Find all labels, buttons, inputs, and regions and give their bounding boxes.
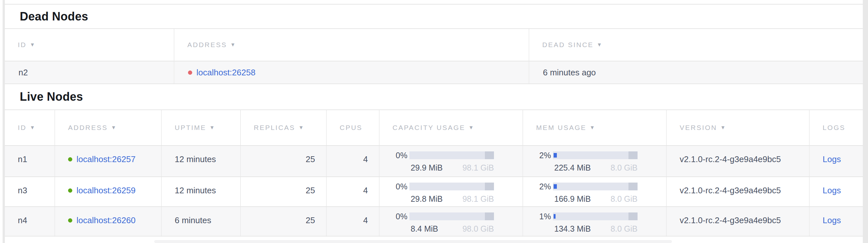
live-nodes-title: Live Nodes (5, 84, 863, 110)
dead-nodes-title: Dead Nodes (5, 4, 863, 29)
page-right-gutter (863, 0, 868, 243)
live-header-cpus[interactable]: CPUS (327, 110, 379, 145)
logs-link[interactable]: Logs (823, 186, 841, 195)
live-header-mem-usage[interactable]: MEM USAGE ▼ (523, 110, 667, 145)
mem-reserved-segment (628, 213, 638, 220)
live-node-uptime: 12 minutes (162, 177, 241, 206)
capacity-usage-cell: 0% 29.9 MiB 98.1 GiB (379, 146, 523, 177)
live-header-logs: LOGS (810, 110, 863, 145)
capacity-usage-bar (409, 183, 494, 190)
mem-fill (554, 153, 557, 158)
mem-usage-bar (553, 213, 638, 220)
live-node-replicas: 25 (241, 177, 327, 206)
live-node-replicas: 25 (241, 207, 327, 236)
live-header-address[interactable]: ADDRESS ▼ (55, 110, 162, 145)
mem-percent: 2% (535, 182, 551, 191)
live-header-capacity-usage[interactable]: CAPACITY USAGE ▼ (379, 110, 523, 145)
mem-used: 134.3 MiB (554, 224, 591, 233)
capacity-total: 98.0 GiB (463, 224, 494, 233)
sort-arrow-icon: ▼ (230, 42, 236, 48)
logs-cell: Logs (810, 177, 863, 206)
logs-link[interactable]: Logs (823, 215, 841, 225)
sort-arrow-icon: ▼ (111, 125, 116, 131)
capacity-used: 29.9 MiB (411, 163, 443, 172)
mem-total: 8.0 GiB (611, 224, 638, 233)
sort-arrow-icon: ▼ (720, 125, 726, 131)
mem-reserved-segment (628, 152, 638, 159)
live-header-id[interactable]: ID ▼ (5, 110, 55, 145)
sort-arrow-icon: ▼ (30, 125, 35, 131)
mem-percent: 2% (535, 151, 551, 160)
capacity-percent: 0% (392, 182, 407, 191)
dead-header-dead-since[interactable]: DEAD SINCE ▼ (529, 29, 863, 61)
live-node-address-link[interactable]: localhost:26260 (76, 215, 135, 225)
capacity-total: 98.1 GiB (463, 163, 494, 172)
dead-node-row: n2 localhost:26258 6 minutes ago (5, 61, 863, 84)
sort-arrow-icon: ▼ (597, 42, 602, 48)
mem-fill (554, 214, 556, 219)
capacity-used: 8.4 MiB (411, 224, 438, 233)
live-node-id: n3 (5, 177, 55, 206)
logs-cell: Logs (810, 207, 863, 236)
capacity-percent: 0% (392, 212, 407, 221)
mem-usage-cell: 2% 225.4 MiB 8.0 GiB (523, 146, 667, 177)
live-node-address-link[interactable]: localhost:26257 (76, 154, 135, 164)
live-status-dot-icon (68, 157, 72, 161)
mem-used: 225.4 MiB (554, 163, 591, 172)
sort-arrow-icon: ▼ (209, 125, 215, 131)
nodes-overview-panel: Dead Nodes ID ▼ ADDRESS ▼ DEAD SINCE ▼ n… (5, 4, 863, 237)
mem-reserved-segment (628, 183, 638, 190)
live-node-uptime: 12 minutes (162, 146, 241, 177)
live-node-id: n4 (5, 207, 55, 236)
live-nodes-header-row: ID ▼ ADDRESS ▼ UPTIME ▼ REPLICAS ▼ CPUS … (5, 110, 863, 146)
sort-arrow-icon: ▼ (299, 125, 304, 131)
dead-node-id: n2 (5, 61, 175, 83)
capacity-reserved-segment (485, 183, 494, 190)
mem-used: 166.9 MiB (554, 194, 591, 204)
live-node-id: n1 (5, 146, 55, 177)
live-header-uptime[interactable]: UPTIME ▼ (162, 110, 241, 145)
live-node-address-cell: localhost:26260 (55, 207, 162, 236)
live-node-uptime: 6 minutes (162, 207, 241, 236)
capacity-reserved-segment (485, 213, 494, 220)
page-left-gutter (3, 0, 5, 243)
live-node-address-link[interactable]: localhost:26259 (76, 186, 135, 195)
dead-node-address-link[interactable]: localhost:26258 (196, 68, 255, 78)
capacity-used: 29.8 MiB (411, 194, 443, 204)
mem-usage-bar (553, 152, 638, 159)
sort-arrow-icon: ▼ (30, 42, 35, 48)
mem-usage-bar (553, 183, 638, 190)
mem-total: 8.0 GiB (611, 163, 638, 172)
capacity-percent: 0% (392, 151, 407, 160)
live-node-replicas: 25 (241, 146, 327, 177)
live-node-address-cell: localhost:26259 (55, 177, 162, 206)
live-node-version: v2.1.0-rc.2-4-g3e9a4e9bc5 (667, 207, 810, 236)
capacity-usage-bar (409, 213, 494, 220)
live-node-row: n3 localhost:26259 12 minutes 25 4 0% 29… (5, 177, 863, 207)
dead-node-address-cell: localhost:26258 (175, 61, 529, 83)
sort-arrow-icon: ▼ (590, 125, 595, 131)
live-node-cpus: 4 (327, 177, 379, 206)
mem-fill (554, 184, 557, 189)
live-node-cpus: 4 (327, 207, 379, 236)
logs-cell: Logs (810, 146, 863, 177)
dead-node-dead-since: 6 minutes ago (529, 61, 863, 83)
live-status-dot-icon (68, 188, 72, 193)
live-node-address-cell: localhost:26257 (55, 146, 162, 177)
sort-arrow-icon: ▼ (468, 125, 473, 131)
dead-header-id[interactable]: ID ▼ (5, 29, 175, 61)
live-header-version[interactable]: VERSION ▼ (667, 110, 810, 145)
live-status-dot-icon (68, 218, 72, 222)
mem-usage-cell: 1% 134.3 MiB 8.0 GiB (523, 207, 667, 236)
mem-percent: 1% (535, 212, 551, 221)
dead-header-address[interactable]: ADDRESS ▼ (175, 29, 529, 61)
horizontal-scrollbar-thumb[interactable] (154, 240, 672, 243)
capacity-usage-cell: 0% 29.8 MiB 98.1 GiB (379, 177, 523, 206)
dead-nodes-header-row: ID ▼ ADDRESS ▼ DEAD SINCE ▼ (5, 29, 863, 61)
live-node-cpus: 4 (327, 146, 379, 177)
live-node-row: n1 localhost:26257 12 minutes 25 4 0% 29… (5, 146, 863, 177)
live-header-replicas[interactable]: REPLICAS ▼ (241, 110, 327, 145)
logs-link[interactable]: Logs (823, 154, 841, 164)
capacity-usage-bar (409, 152, 494, 159)
capacity-total: 98.1 GiB (463, 194, 494, 204)
